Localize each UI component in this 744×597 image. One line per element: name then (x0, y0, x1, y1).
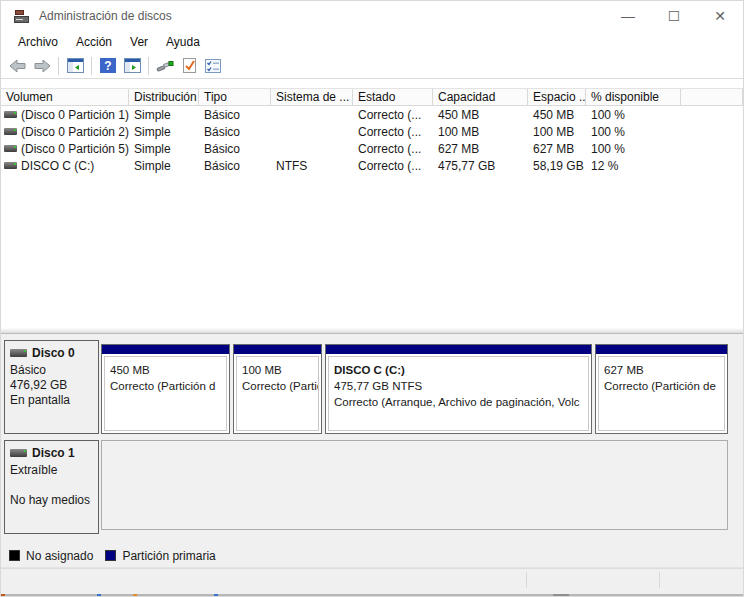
partition-disk0-2[interactable]: 100 MB Correcto (Partic (233, 344, 322, 434)
disk-drive-icon (10, 349, 27, 357)
menu-archivo[interactable]: Archivo (9, 33, 67, 51)
volume-list-header: Volumen Distribución Tipo Sistema de ...… (1, 89, 743, 106)
volume-drive-icon (4, 145, 17, 152)
status-bar-divider (526, 572, 527, 588)
volume-drive-icon (4, 162, 17, 169)
disk-type: Extraíble (10, 463, 94, 478)
disk-status: En pantalla (10, 393, 94, 408)
column-header-espacio[interactable]: Espacio ... (528, 89, 586, 105)
menu-bar: Archivo Acción Ver Ayuda (1, 31, 743, 53)
window-title: Administración de discos (39, 9, 172, 23)
column-header-volumen[interactable]: Volumen (1, 89, 129, 105)
show-action-pane-icon[interactable] (120, 55, 144, 77)
status-bar-divider (659, 572, 660, 588)
table-row[interactable]: (Disco 0 Partición 5) Simple Básico Corr… (1, 140, 743, 157)
toolbar-separator (148, 57, 149, 75)
legend-item-unallocated: No asignado (9, 549, 93, 563)
device-tool-icon[interactable] (153, 55, 177, 77)
volume-drive-icon (4, 111, 17, 118)
taskbar-edge (1, 591, 743, 597)
table-row[interactable]: DISCO C (C:) Simple Básico NTFS Correcto… (1, 157, 743, 174)
menu-ayuda[interactable]: Ayuda (157, 33, 209, 51)
table-row[interactable]: (Disco 0 Partición 2) Simple Básico Corr… (1, 123, 743, 140)
app-disk-icon (14, 10, 30, 23)
partition-color-bar (326, 345, 591, 354)
disk-status: No hay medios (10, 493, 94, 508)
show-console-tree-icon[interactable] (63, 55, 87, 77)
back-icon[interactable] (6, 55, 30, 77)
column-header-distribucion[interactable]: Distribución (129, 89, 199, 105)
column-header-disponible[interactable]: % disponible (586, 89, 681, 105)
legend-item-primary-partition: Partición primaria (105, 549, 215, 563)
graphical-view: Disco 0 Básico 476,92 GB En pantalla 450… (1, 334, 743, 544)
disk-name: Disco 1 (32, 446, 75, 460)
toolbar-separator (91, 57, 92, 75)
help-icon[interactable]: ? (96, 55, 120, 77)
partition-disk0-5[interactable]: 627 MB Correcto (Partición de (595, 344, 728, 434)
disk-size: 476,92 GB (10, 378, 94, 393)
disk-type: Básico (10, 363, 94, 378)
title-bar: Administración de discos — ☐ ✕ (1, 1, 743, 31)
column-header-tipo[interactable]: Tipo (199, 89, 271, 105)
volume-drive-icon (4, 128, 17, 135)
volume-list: Volumen Distribución Tipo Sistema de ...… (1, 88, 743, 328)
partition-disk0-c[interactable]: DISCO C (C:) 475,77 GB NTFS Correcto (Ar… (325, 344, 592, 434)
close-button[interactable]: ✕ (697, 1, 743, 31)
forward-icon[interactable] (30, 55, 54, 77)
column-header-capacidad[interactable]: Capacidad (433, 89, 528, 105)
validate-icon[interactable] (177, 55, 201, 77)
menu-ver[interactable]: Ver (121, 33, 157, 51)
unallocated-swatch (9, 550, 20, 561)
primary-partition-swatch (105, 550, 116, 561)
disk1-no-media-region[interactable] (101, 440, 728, 530)
partition-disk0-1[interactable]: 450 MB Correcto (Partición d (101, 344, 230, 434)
column-header-sistema[interactable]: Sistema de ... (271, 89, 353, 105)
column-header-estado[interactable]: Estado (353, 89, 433, 105)
legend-label: Partición primaria (122, 549, 215, 563)
partition-color-bar (596, 345, 727, 354)
minimize-button[interactable]: — (605, 1, 651, 31)
legend-label: No asignado (26, 549, 93, 563)
column-header-filler (681, 89, 743, 105)
partition-color-bar (234, 345, 321, 354)
menu-accion[interactable]: Acción (67, 33, 121, 51)
toolbar: ? (1, 53, 743, 79)
disk1-info-panel[interactable]: Disco 1 Extraíble No hay medios (4, 440, 99, 534)
disk-size (10, 478, 94, 493)
maximize-button[interactable]: ☐ (651, 1, 697, 31)
legend-bar: No asignado Partición primaria (1, 544, 743, 568)
table-row[interactable]: (Disco 0 Partición 1) Simple Básico Corr… (1, 106, 743, 123)
status-bar (1, 568, 743, 591)
checklist-icon[interactable] (201, 55, 225, 77)
disk0-info-panel[interactable]: Disco 0 Básico 476,92 GB En pantalla (4, 340, 99, 434)
toolbar-separator (58, 57, 59, 75)
disk-drive-icon (10, 449, 27, 457)
disk-management-window: Administración de discos — ☐ ✕ Archivo A… (0, 0, 744, 597)
disk-name: Disco 0 (32, 346, 75, 360)
partition-color-bar (102, 345, 229, 354)
